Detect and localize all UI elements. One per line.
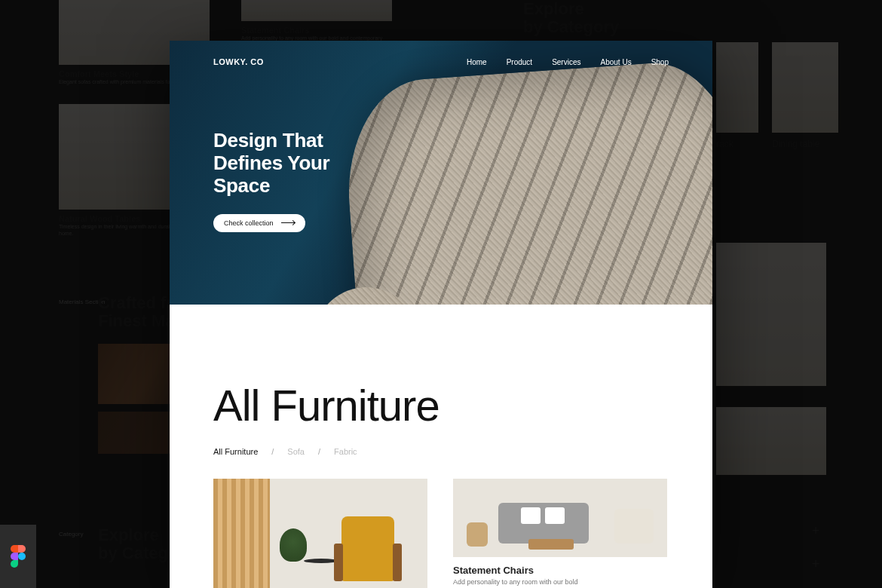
crumb-separator: / <box>271 447 274 456</box>
svg-point-0 <box>18 553 26 560</box>
product-grid: Statement Chairs Add personality to any … <box>213 479 669 588</box>
plus-icon: + <box>808 556 823 571</box>
bg-right-image-2 <box>716 407 826 475</box>
bg-card-image <box>241 0 392 21</box>
coffee-table-decor <box>528 539 574 550</box>
filter-breadcrumb: All Furniture / Sofa / Fabric <box>213 447 669 456</box>
product-desc: Add personality to any room with our bol… <box>453 577 667 588</box>
check-collection-button[interactable]: Check collection <box>213 214 305 232</box>
stump-decor <box>467 522 488 547</box>
crumb-fabric[interactable]: Fabric <box>334 447 357 456</box>
hero-title-l3: Space <box>213 175 329 198</box>
bg-explore-r-l2: by Category <box>523 18 619 36</box>
topbar: LOWKY. CO Home Product Services About Us… <box>170 41 712 66</box>
armchair-decor <box>614 509 654 544</box>
bg-category-label: Category <box>59 531 83 537</box>
bg-category-label: rack <box>716 139 758 149</box>
figma-icon <box>11 545 26 568</box>
product-card[interactable] <box>213 479 427 588</box>
bg-category-dining: Dining table <box>772 42 838 149</box>
hero-title-l1: Design That <box>213 130 329 152</box>
nav-product[interactable]: Product <box>507 58 532 66</box>
bg-category-label: Dining table <box>772 139 838 149</box>
hero-product-image <box>341 57 712 305</box>
hero-title: Design That Defines Your Space <box>213 130 329 198</box>
section-title: All Furniture <box>213 380 669 430</box>
arrow-right-icon <box>281 222 295 223</box>
cta-label: Check collection <box>224 219 274 227</box>
product-title: Statement Chairs <box>453 565 667 576</box>
crumb-sofa[interactable]: Sofa <box>287 447 305 456</box>
hero-title-l2: Defines Your <box>213 152 329 175</box>
product-card[interactable]: Statement Chairs Add personality to any … <box>453 479 667 588</box>
main-nav: Home Product Services About Us Shop <box>467 58 669 66</box>
product-image <box>453 479 667 557</box>
nav-home[interactable]: Home <box>467 58 487 66</box>
nav-shop[interactable]: Shop <box>651 58 669 66</box>
plus-icon: + <box>808 523 823 538</box>
bg-category-image <box>716 42 758 133</box>
bg-explore-r-l1: Explore <box>523 0 619 18</box>
bg-category-image <box>772 42 838 133</box>
bg-card-title: Statement Chairs <box>241 26 392 35</box>
nav-about[interactable]: About Us <box>601 58 632 66</box>
plant-decor <box>280 528 307 562</box>
hero-section: LOWKY. CO Home Product Services About Us… <box>170 41 712 305</box>
product-desc-l1: Add personality to any room with our bol… <box>453 578 578 586</box>
hero-text: Design That Defines Your Space Check col… <box>213 130 329 232</box>
sofa-decor <box>498 503 589 544</box>
product-image <box>213 479 427 588</box>
content-section: All Furniture All Furniture / Sofa / Fab… <box>170 305 712 588</box>
bg-category-rack: rack <box>716 42 758 149</box>
crumb-all[interactable]: All Furniture <box>213 447 258 456</box>
bg-explore-right: Explore by Category <box>523 0 619 36</box>
bg-right-image-1 <box>716 243 826 386</box>
nav-services[interactable]: Services <box>552 58 580 66</box>
figma-badge[interactable] <box>0 525 36 588</box>
main-window: LOWKY. CO Home Product Services About Us… <box>170 41 712 588</box>
brand-logo[interactable]: LOWKY. CO <box>213 57 264 66</box>
chair-decor <box>341 516 394 581</box>
crumb-separator: / <box>318 447 320 456</box>
